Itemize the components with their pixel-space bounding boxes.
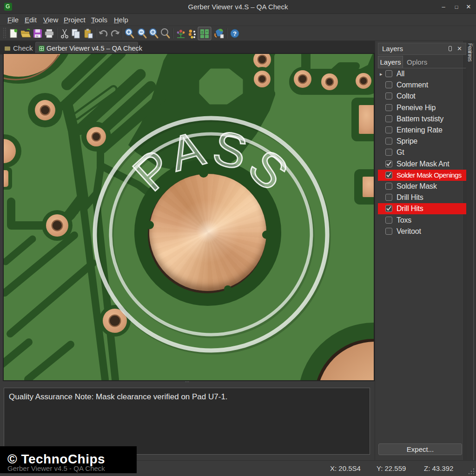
svg-text:fd: fd <box>36 35 38 38</box>
svg-text:?: ? <box>233 30 237 37</box>
